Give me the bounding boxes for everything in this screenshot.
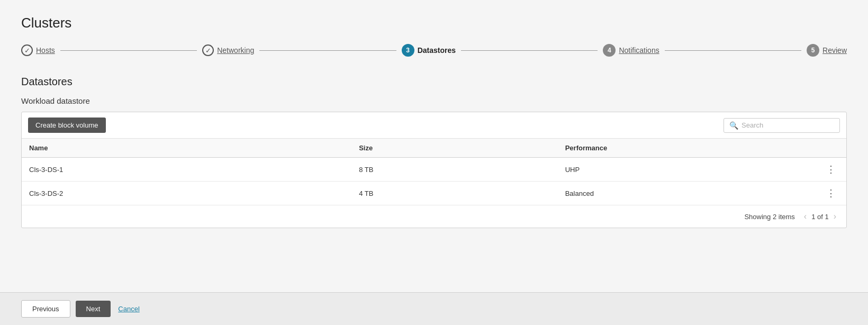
cell-name-1: Cls-3-DS-2 — [22, 182, 351, 205]
previous-button[interactable]: Previous — [21, 300, 70, 318]
showing-count: Showing 2 items — [744, 213, 794, 221]
main-content: Clusters ✓ Hosts ✓ Networking — [0, 0, 868, 292]
sub-section-title: Workload datastore — [21, 96, 847, 105]
step-circle-datastores: 3 — [402, 44, 414, 57]
table-row: Cls-3-DS-2 4 TB Balanced ⋮ — [22, 182, 846, 205]
step-networking: ✓ Networking — [202, 44, 254, 56]
step-hosts: ✓ Hosts — [21, 44, 55, 56]
cell-performance-0: UHP — [558, 158, 805, 182]
step-label-hosts[interactable]: Hosts — [36, 46, 55, 55]
step-line-1 — [60, 50, 197, 51]
pagination-prev-button[interactable]: ‹ — [801, 211, 809, 222]
page-wrapper: Clusters ✓ Hosts ✓ Networking — [0, 0, 868, 325]
search-box: 🔍 — [724, 118, 840, 133]
step-line-4 — [665, 50, 801, 51]
section-title: Datastores — [21, 76, 847, 88]
col-header-size: Size — [351, 139, 558, 158]
step-label-networking[interactable]: Networking — [217, 46, 254, 55]
pagination: ‹ 1 of 1 › — [801, 211, 839, 222]
cell-actions-1: ⋮ — [805, 182, 846, 205]
step-circle-notifications: 4 — [603, 44, 616, 57]
search-input[interactable] — [742, 121, 834, 129]
bottom-bar: Previous Next Cancel — [0, 292, 868, 325]
row-more-icon-1[interactable]: ⋮ — [823, 187, 839, 200]
cell-size-0: 8 TB — [351, 158, 558, 182]
search-icon: 🔍 — [729, 121, 738, 130]
table-row: Cls-3-DS-1 8 TB UHP ⋮ — [22, 158, 846, 182]
table-container: Create block volume 🔍 Name Size Performa… — [21, 112, 847, 228]
col-header-name: Name — [22, 139, 351, 158]
data-table: Name Size Performance Cls-3-DS-1 8 TB UH… — [22, 139, 846, 205]
cell-actions-0: ⋮ — [805, 158, 846, 182]
step-label-notifications[interactable]: Notifications — [619, 46, 659, 55]
step-line-2 — [259, 50, 396, 51]
step-notifications: 4 Notifications — [603, 44, 659, 57]
pagination-info: 1 of 1 — [811, 213, 829, 221]
pagination-next-button[interactable]: › — [831, 211, 839, 222]
cancel-button[interactable]: Cancel — [118, 305, 139, 313]
cell-size-1: 4 TB — [351, 182, 558, 205]
table-header-row: Name Size Performance — [22, 139, 846, 158]
table-toolbar: Create block volume 🔍 — [22, 112, 846, 139]
cell-name-0: Cls-3-DS-1 — [22, 158, 351, 182]
table-body: Cls-3-DS-1 8 TB UHP ⋮ Cls-3-DS-2 4 TB Ba… — [22, 158, 846, 205]
col-header-actions — [805, 139, 846, 158]
step-line-3 — [461, 50, 598, 51]
step-check-networking: ✓ — [202, 44, 214, 56]
step-label-datastores: Datastores — [418, 46, 456, 55]
table-footer: Showing 2 items ‹ 1 of 1 › — [22, 205, 846, 228]
step-circle-review: 5 — [807, 44, 819, 57]
step-label-review[interactable]: Review — [822, 46, 847, 55]
step-datastores: 3 Datastores — [402, 44, 456, 57]
step-review: 5 Review — [807, 44, 847, 57]
row-more-icon-0[interactable]: ⋮ — [823, 163, 839, 176]
create-block-volume-button[interactable]: Create block volume — [28, 118, 106, 133]
col-header-performance: Performance — [558, 139, 805, 158]
page-title: Clusters — [21, 15, 847, 31]
stepper: ✓ Hosts ✓ Networking 3 Datastores — [21, 44, 847, 57]
next-button[interactable]: Next — [76, 301, 111, 317]
step-check-hosts: ✓ — [21, 44, 33, 56]
cell-performance-1: Balanced — [558, 182, 805, 205]
